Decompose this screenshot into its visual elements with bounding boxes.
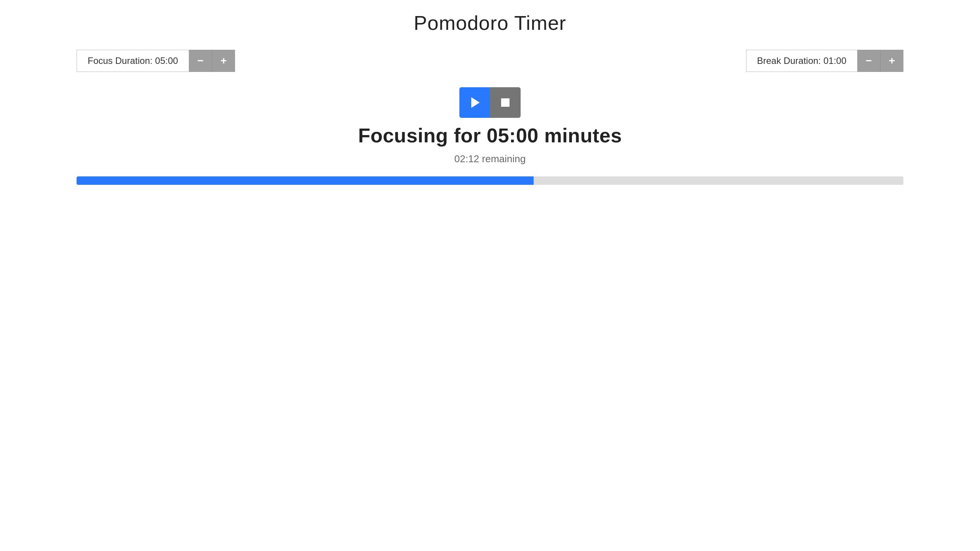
break-duration-label: Break Duration: 01:00 (746, 50, 858, 72)
progress-bar (77, 176, 534, 185)
play-icon (471, 97, 480, 108)
break-decrease-button[interactable]: − (858, 50, 880, 72)
focus-duration-label: Focus Duration: 05:00 (77, 50, 189, 72)
progress-container (77, 176, 903, 185)
page-container: Pomodoro Timer Focus Duration: 05:00 − +… (0, 0, 980, 551)
timer-buttons-group (459, 87, 521, 118)
timer-section: Focusing for 05:00 minutes 02:12 remaini… (358, 87, 622, 165)
stop-icon (501, 98, 510, 107)
app-title: Pomodoro Timer (414, 11, 566, 34)
controls-row: Focus Duration: 05:00 − + Break Duration… (0, 50, 980, 72)
play-button[interactable] (459, 87, 490, 118)
focusing-text: Focusing for 05:00 minutes (358, 124, 622, 147)
remaining-text: 02:12 remaining (454, 153, 526, 165)
focus-decrease-button[interactable]: − (189, 50, 212, 72)
stop-button[interactable] (490, 87, 521, 118)
focus-duration-control: Focus Duration: 05:00 − + (77, 50, 235, 72)
focus-increase-button[interactable]: + (212, 50, 235, 72)
break-duration-control: Break Duration: 01:00 − + (746, 50, 903, 72)
break-increase-button[interactable]: + (880, 50, 903, 72)
